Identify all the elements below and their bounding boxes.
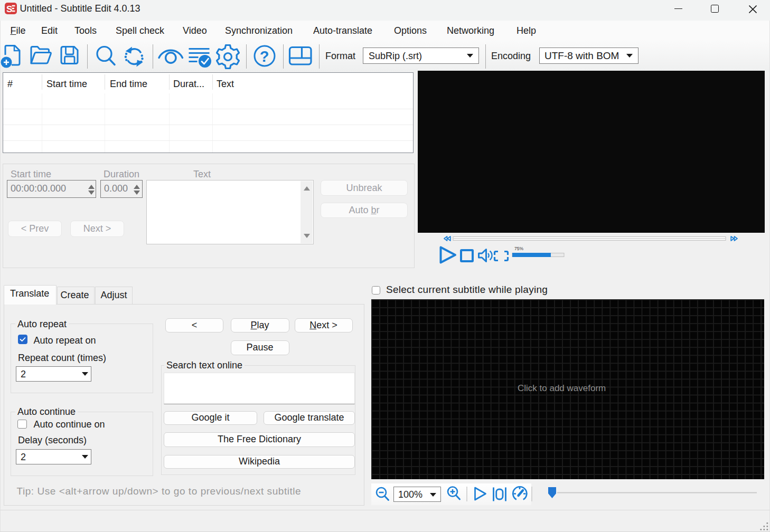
svg-text:?: ?: [260, 48, 269, 65]
svg-text:S: S: [6, 4, 12, 14]
svg-text:75%: 75%: [514, 246, 523, 251]
